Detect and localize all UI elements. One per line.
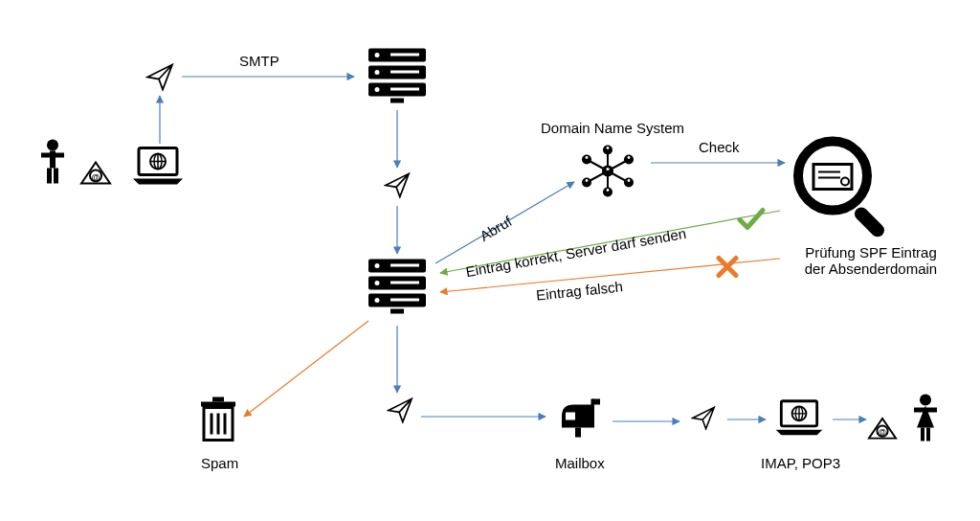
label-mailbox: Mailbox (555, 455, 605, 471)
svg-point-57 (582, 178, 591, 188)
svg-rect-79 (575, 428, 581, 438)
svg-point-31 (375, 87, 380, 92)
person-icon (35, 138, 70, 189)
svg-point-62 (628, 179, 631, 182)
svg-rect-81 (592, 399, 600, 405)
svg-text:@: @ (92, 172, 100, 182)
svg-rect-76 (201, 402, 235, 407)
svg-point-52 (602, 166, 613, 177)
svg-rect-34 (390, 88, 419, 91)
svg-point-14 (47, 140, 58, 151)
paper-plane-icon (384, 172, 411, 202)
label-imap: IMAP, POP3 (761, 455, 840, 471)
svg-point-60 (607, 147, 610, 149)
label-smtp: SMTP (239, 53, 279, 69)
svg-point-29 (375, 53, 380, 57)
svg-rect-77 (212, 397, 224, 402)
laptop-globe-icon (129, 147, 187, 190)
email-at-icon: @ (79, 153, 112, 189)
svg-point-54 (624, 155, 634, 165)
email-at-icon: @ (867, 410, 898, 443)
svg-rect-91 (921, 428, 924, 442)
label-spf-line2: der Absenderdomain (805, 260, 937, 277)
svg-point-55 (624, 178, 634, 188)
svg-point-39 (375, 263, 380, 268)
diagram-canvas: @ @ SMTP Domain Name System Check Abruf … (0, 0, 980, 521)
svg-rect-45 (390, 309, 404, 314)
label-dns: Domain Name System (541, 120, 684, 136)
svg-point-64 (586, 179, 589, 182)
svg-rect-92 (926, 428, 930, 442)
svg-point-71 (841, 178, 849, 186)
laptop-globe-icon (772, 399, 826, 441)
svg-rect-35 (390, 99, 404, 103)
svg-line-13 (244, 321, 368, 417)
paper-plane-icon (387, 397, 413, 427)
svg-rect-67 (852, 205, 887, 240)
svg-rect-18 (54, 169, 58, 184)
svg-point-41 (375, 298, 380, 303)
label-spf-line1: Prüfung SPF Eintrag (805, 244, 937, 260)
label-spf: Prüfung SPF Eintrag der Absenderdomain (785, 244, 957, 277)
svg-rect-90 (914, 408, 937, 413)
svg-rect-44 (390, 299, 419, 302)
svg-point-61 (628, 156, 631, 159)
svg-point-65 (586, 156, 589, 159)
server-icon (364, 47, 431, 107)
svg-point-89 (920, 395, 931, 406)
svg-point-40 (375, 281, 380, 285)
svg-point-66 (798, 142, 867, 211)
label-abruf: Abruf (477, 213, 514, 244)
svg-rect-78 (566, 413, 575, 420)
svg-point-63 (607, 189, 610, 192)
checkmark-icon (737, 207, 766, 235)
paper-plane-icon (691, 406, 716, 434)
svg-text:@: @ (879, 427, 886, 437)
magnifier-certificate-icon (785, 128, 900, 246)
dns-network-icon (579, 145, 636, 201)
svg-point-59 (606, 168, 609, 170)
svg-rect-17 (47, 169, 52, 184)
svg-rect-32 (390, 54, 419, 57)
svg-rect-42 (390, 264, 419, 267)
svg-point-58 (582, 155, 591, 165)
svg-point-53 (603, 146, 612, 155)
svg-rect-43 (390, 282, 419, 284)
svg-point-56 (603, 188, 612, 197)
paper-plane-icon (145, 63, 174, 95)
label-wrong: Eintrag falsch (535, 278, 623, 303)
label-spam: Spam (201, 455, 238, 471)
server-icon (364, 258, 431, 318)
mailbox-icon (556, 397, 602, 442)
svg-point-30 (375, 70, 380, 75)
cross-icon (715, 255, 740, 283)
svg-rect-16 (41, 153, 64, 158)
person-female-icon (909, 394, 942, 446)
trash-icon (198, 396, 238, 447)
label-check: Check (699, 139, 740, 155)
svg-rect-33 (390, 71, 419, 74)
